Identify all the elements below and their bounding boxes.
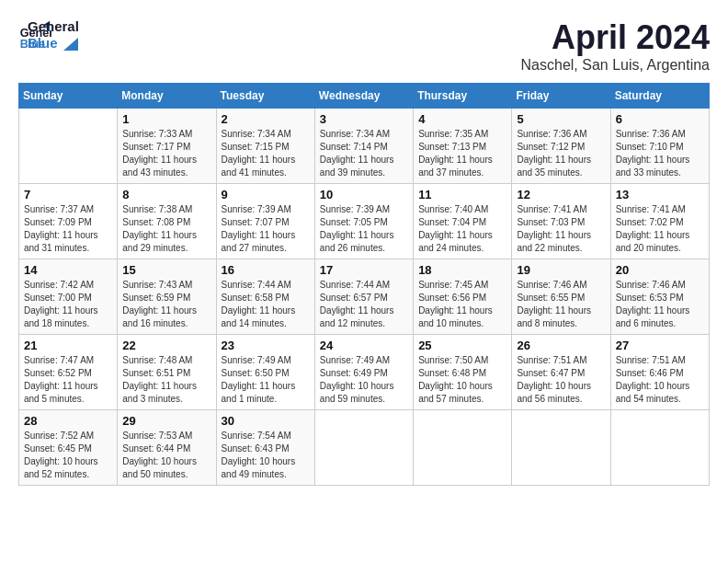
calendar-cell: 26Sunrise: 7:51 AM Sunset: 6:47 PM Dayli… [512, 335, 610, 410]
calendar-cell: 17Sunrise: 7:44 AM Sunset: 6:57 PM Dayli… [314, 259, 413, 335]
day-info: Sunrise: 7:39 AM Sunset: 7:07 PM Dayligh… [222, 203, 310, 255]
day-info: Sunrise: 7:49 AM Sunset: 6:49 PM Dayligh… [320, 354, 408, 406]
day-number: 28 [24, 414, 112, 428]
day-info: Sunrise: 7:46 AM Sunset: 6:55 PM Dayligh… [517, 279, 605, 330]
day-number: 29 [122, 414, 210, 428]
day-info: Sunrise: 7:51 AM Sunset: 6:46 PM Dayligh… [616, 354, 704, 406]
day-info: Sunrise: 7:43 AM Sunset: 6:59 PM Dayligh… [122, 279, 210, 330]
logo-line2: Blue [28, 35, 79, 52]
calendar-cell [19, 109, 118, 184]
calendar-cell: 15Sunrise: 7:43 AM Sunset: 6:59 PM Dayli… [118, 259, 216, 335]
calendar-cell: 25Sunrise: 7:50 AM Sunset: 6:48 PM Dayli… [414, 335, 512, 410]
svg-marker-4 [63, 38, 78, 51]
day-info: Sunrise: 7:35 AM Sunset: 7:13 PM Dayligh… [418, 128, 506, 179]
day-number: 3 [320, 112, 408, 126]
day-number: 12 [517, 188, 605, 201]
calendar-cell: 20Sunrise: 7:46 AM Sunset: 6:53 PM Dayli… [610, 259, 709, 335]
day-info: Sunrise: 7:33 AM Sunset: 7:17 PM Dayligh… [122, 128, 210, 179]
day-number: 7 [24, 188, 112, 201]
calendar-cell: 7Sunrise: 7:37 AM Sunset: 7:09 PM Daylig… [19, 184, 118, 259]
calendar-cell: 2Sunrise: 7:34 AM Sunset: 7:15 PM Daylig… [216, 109, 314, 184]
day-number: 19 [517, 263, 605, 277]
day-info: Sunrise: 7:51 AM Sunset: 6:47 PM Dayligh… [517, 354, 605, 406]
logo-line1: General [28, 18, 79, 35]
day-number: 23 [222, 339, 310, 352]
day-info: Sunrise: 7:44 AM Sunset: 6:57 PM Dayligh… [320, 279, 408, 330]
day-info: Sunrise: 7:48 AM Sunset: 6:51 PM Dayligh… [122, 354, 210, 406]
calendar-cell: 22Sunrise: 7:48 AM Sunset: 6:51 PM Dayli… [118, 335, 216, 410]
day-number: 1 [122, 112, 210, 126]
location-subtitle: Naschel, San Luis, Argentina [521, 57, 710, 74]
calendar-cell: 28Sunrise: 7:52 AM Sunset: 6:45 PM Dayli… [19, 410, 118, 486]
calendar-week-1: 1Sunrise: 7:33 AM Sunset: 7:17 PM Daylig… [19, 109, 710, 184]
calendar-cell: 16Sunrise: 7:44 AM Sunset: 6:58 PM Dayli… [216, 259, 314, 335]
day-info: Sunrise: 7:52 AM Sunset: 6:45 PM Dayligh… [24, 430, 112, 481]
month-title: April 2024 [521, 18, 710, 57]
calendar-cell: 10Sunrise: 7:39 AM Sunset: 7:05 PM Dayli… [314, 184, 413, 259]
day-number: 4 [418, 112, 506, 126]
title-block: April 2024 Naschel, San Luis, Argentina [521, 18, 710, 74]
day-number: 9 [222, 188, 310, 201]
calendar-cell [414, 410, 512, 486]
day-info: Sunrise: 7:34 AM Sunset: 7:15 PM Dayligh… [222, 128, 310, 179]
calendar-cell: 8Sunrise: 7:38 AM Sunset: 7:08 PM Daylig… [118, 184, 216, 259]
calendar-week-2: 7Sunrise: 7:37 AM Sunset: 7:09 PM Daylig… [19, 184, 710, 259]
calendar-cell: 13Sunrise: 7:41 AM Sunset: 7:02 PM Dayli… [610, 184, 709, 259]
calendar-cell: 18Sunrise: 7:45 AM Sunset: 6:56 PM Dayli… [414, 259, 512, 335]
calendar-cell: 11Sunrise: 7:40 AM Sunset: 7:04 PM Dayli… [414, 184, 512, 259]
day-number: 30 [222, 414, 310, 428]
day-number: 10 [320, 188, 408, 201]
col-saturday: Saturday [610, 84, 709, 109]
day-number: 27 [616, 339, 704, 352]
col-monday: Monday [118, 84, 216, 109]
day-number: 24 [320, 339, 408, 352]
day-info: Sunrise: 7:41 AM Sunset: 7:02 PM Dayligh… [616, 203, 704, 255]
calendar-cell: 6Sunrise: 7:36 AM Sunset: 7:10 PM Daylig… [610, 109, 709, 184]
day-number: 21 [24, 339, 112, 352]
calendar-week-3: 14Sunrise: 7:42 AM Sunset: 7:00 PM Dayli… [19, 259, 710, 335]
calendar-table: Sunday Monday Tuesday Wednesday Thursday… [18, 83, 710, 486]
calendar-cell: 27Sunrise: 7:51 AM Sunset: 6:46 PM Dayli… [610, 335, 709, 410]
calendar-week-4: 21Sunrise: 7:47 AM Sunset: 6:52 PM Dayli… [19, 335, 710, 410]
day-number: 5 [517, 112, 605, 126]
col-tuesday: Tuesday [216, 84, 314, 109]
day-number: 13 [616, 188, 704, 201]
calendar-cell: 29Sunrise: 7:53 AM Sunset: 6:44 PM Dayli… [118, 410, 216, 486]
calendar-cell: 1Sunrise: 7:33 AM Sunset: 7:17 PM Daylig… [118, 109, 216, 184]
day-number: 16 [222, 263, 310, 277]
calendar-body: 1Sunrise: 7:33 AM Sunset: 7:17 PM Daylig… [19, 109, 710, 486]
day-info: Sunrise: 7:41 AM Sunset: 7:03 PM Dayligh… [517, 203, 605, 255]
page-header: General Blue General Blue General Blue A… [18, 18, 710, 74]
day-number: 26 [517, 339, 605, 352]
day-info: Sunrise: 7:45 AM Sunset: 6:56 PM Dayligh… [418, 279, 506, 330]
day-info: Sunrise: 7:34 AM Sunset: 7:14 PM Dayligh… [320, 128, 408, 179]
day-info: Sunrise: 7:40 AM Sunset: 7:04 PM Dayligh… [418, 203, 506, 255]
day-info: Sunrise: 7:53 AM Sunset: 6:44 PM Dayligh… [122, 430, 210, 481]
calendar-cell [314, 410, 413, 486]
day-number: 15 [122, 263, 210, 277]
calendar-cell: 23Sunrise: 7:49 AM Sunset: 6:50 PM Dayli… [216, 335, 314, 410]
day-info: Sunrise: 7:46 AM Sunset: 6:53 PM Dayligh… [616, 279, 704, 330]
calendar-cell: 3Sunrise: 7:34 AM Sunset: 7:14 PM Daylig… [314, 109, 413, 184]
col-sunday: Sunday [19, 84, 118, 109]
day-number: 22 [122, 339, 210, 352]
day-number: 25 [418, 339, 506, 352]
calendar-cell: 19Sunrise: 7:46 AM Sunset: 6:55 PM Dayli… [512, 259, 610, 335]
calendar-header: Sunday Monday Tuesday Wednesday Thursday… [19, 84, 710, 109]
day-number: 8 [122, 188, 210, 201]
day-number: 20 [616, 263, 704, 277]
calendar-cell: 14Sunrise: 7:42 AM Sunset: 7:00 PM Dayli… [19, 259, 118, 335]
calendar-cell: 24Sunrise: 7:49 AM Sunset: 6:49 PM Dayli… [314, 335, 413, 410]
day-info: Sunrise: 7:39 AM Sunset: 7:05 PM Dayligh… [320, 203, 408, 255]
day-info: Sunrise: 7:47 AM Sunset: 6:52 PM Dayligh… [24, 354, 112, 406]
day-info: Sunrise: 7:54 AM Sunset: 6:43 PM Dayligh… [222, 430, 310, 481]
calendar-cell: 30Sunrise: 7:54 AM Sunset: 6:43 PM Dayli… [216, 410, 314, 486]
day-info: Sunrise: 7:49 AM Sunset: 6:50 PM Dayligh… [222, 354, 310, 406]
day-info: Sunrise: 7:42 AM Sunset: 7:00 PM Dayligh… [24, 279, 112, 330]
col-friday: Friday [512, 84, 610, 109]
day-info: Sunrise: 7:44 AM Sunset: 6:58 PM Dayligh… [222, 279, 310, 330]
day-number: 17 [320, 263, 408, 277]
calendar-cell: 4Sunrise: 7:35 AM Sunset: 7:13 PM Daylig… [414, 109, 512, 184]
day-number: 11 [418, 188, 506, 201]
col-wednesday: Wednesday [314, 84, 413, 109]
